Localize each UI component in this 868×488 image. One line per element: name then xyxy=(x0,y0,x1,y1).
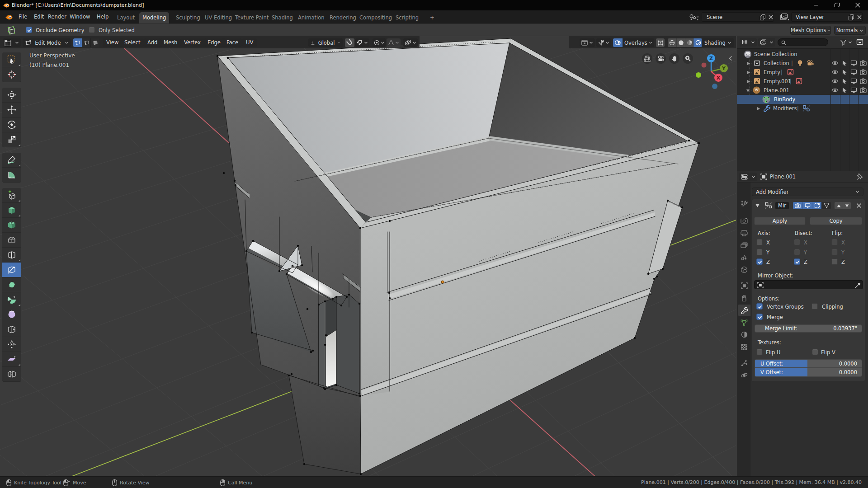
tool-inset-faces[interactable] xyxy=(2,218,21,233)
bisect-x-checkbox[interactable] xyxy=(794,239,800,245)
shading-solid-button[interactable] xyxy=(676,38,685,47)
tab-sculpting[interactable]: Sculpting xyxy=(173,12,203,23)
render-visibility-icon[interactable] xyxy=(860,60,867,66)
tab-active-tool[interactable] xyxy=(738,198,750,209)
shading-dropdown[interactable]: Shading xyxy=(702,38,734,47)
tool-select-box[interactable] xyxy=(2,52,21,67)
expand-arrow-icon[interactable] xyxy=(757,107,760,111)
outliner-filter-dropdown[interactable] xyxy=(840,38,852,47)
tab-view-layer[interactable] xyxy=(738,239,750,251)
menu-help[interactable]: Help xyxy=(94,13,111,21)
viewport-menu-edge[interactable]: Edge xyxy=(204,38,224,47)
tab-particles[interactable] xyxy=(738,357,750,369)
selectable-pointer-icon[interactable] xyxy=(842,69,847,75)
flip-x-checkbox[interactable] xyxy=(831,239,838,245)
axis-neg-x-ball[interactable] xyxy=(702,63,707,68)
scene-unlink-icon[interactable] xyxy=(768,14,774,20)
shading-wireframe-button[interactable] xyxy=(668,38,676,47)
normals-dropdown[interactable]: Normals xyxy=(834,26,866,35)
modifier-render-toggle[interactable] xyxy=(793,202,802,209)
select-mode-edge-button[interactable] xyxy=(82,38,90,47)
tab-texture-paint[interactable]: Texture Paint xyxy=(232,12,272,23)
modifier-move-up-button[interactable] xyxy=(835,202,843,209)
outliner-row-scene-collection[interactable]: Scene Collection xyxy=(737,50,868,59)
outliner-display-mode-dropdown[interactable] xyxy=(740,38,757,47)
tab-scripting[interactable]: Scripting xyxy=(392,12,422,23)
tab-output[interactable] xyxy=(738,227,750,239)
overlays-toggle-button[interactable] xyxy=(613,38,623,47)
tool-transform[interactable] xyxy=(2,88,21,103)
mesh-options-dropdown[interactable]: Mesh Options xyxy=(790,26,831,35)
panel-collapse-arrow-icon[interactable] xyxy=(755,204,760,207)
viewport-menu-view[interactable]: View xyxy=(103,38,122,47)
tab-animation[interactable]: Animation xyxy=(295,12,328,23)
tab-render[interactable] xyxy=(738,215,750,226)
falloff-dropdown[interactable] xyxy=(387,38,401,47)
view-layer-remove-icon[interactable] xyxy=(857,14,862,20)
maximize-button[interactable] xyxy=(826,0,847,10)
tool-knife[interactable] xyxy=(2,263,21,277)
collapse-arrow-icon[interactable] xyxy=(746,89,750,93)
expand-arrow-icon[interactable] xyxy=(747,70,750,75)
view-layer-selector[interactable]: View Layer xyxy=(791,12,863,22)
clipping-checkbox[interactable] xyxy=(811,303,818,310)
scene-copy-icon[interactable] xyxy=(760,14,766,20)
tool-measure[interactable] xyxy=(2,168,21,183)
v-offset-slider[interactable]: V Offset: 0.0000 xyxy=(755,368,862,377)
tab-scene[interactable] xyxy=(738,252,750,263)
outliner-row-empty-001[interactable]: Empty.001 | xyxy=(737,77,868,86)
minimize-button[interactable] xyxy=(806,0,826,10)
pan-view-button[interactable] xyxy=(669,53,679,64)
outliner-row-binbody[interactable]: BinBody xyxy=(737,95,868,104)
outliner-row-empty[interactable]: Empty | xyxy=(737,68,868,77)
outliner-row-collection[interactable]: Collection | xyxy=(737,59,868,68)
hide-eye-icon[interactable] xyxy=(831,87,839,93)
modifier-close-icon[interactable] xyxy=(856,203,862,208)
filter-dropdown[interactable] xyxy=(596,38,611,47)
tab-uv-editing[interactable]: UV Editing xyxy=(202,12,235,23)
render-visibility-icon[interactable] xyxy=(860,87,867,93)
merge-checkbox[interactable] xyxy=(756,314,763,320)
outliner-search-field[interactable] xyxy=(778,38,828,46)
outliner-row-modifiers[interactable]: Modifiers | xyxy=(737,104,868,113)
tool-scale[interactable] xyxy=(2,132,21,147)
add-modifier-dropdown[interactable]: Add Modifier xyxy=(752,188,863,196)
hide-eye-icon[interactable] xyxy=(831,78,839,84)
tab-shading[interactable]: Shading xyxy=(269,12,296,23)
expand-arrow-icon[interactable] xyxy=(747,61,750,66)
scene-selector[interactable]: Scene xyxy=(702,12,774,22)
pin-icon[interactable] xyxy=(857,173,863,180)
tab-compositing[interactable]: Compositing xyxy=(356,12,395,23)
tab-constraints[interactable] xyxy=(738,292,750,304)
scene-name[interactable]: Scene xyxy=(707,14,722,20)
menu-file[interactable]: File xyxy=(16,13,30,21)
tab-layout[interactable]: Layout xyxy=(114,12,138,23)
hide-eye-icon[interactable] xyxy=(831,69,839,75)
viewport-menu-vertex[interactable]: Vertex xyxy=(180,38,204,47)
transform-orientation-dropdown[interactable]: Global xyxy=(308,38,343,47)
editor-type-button[interactable] xyxy=(3,38,21,47)
viewport-menu-uv[interactable]: UV xyxy=(242,38,257,47)
close-button[interactable] xyxy=(847,0,868,10)
selectable-pointer-icon[interactable] xyxy=(842,87,847,93)
sidebar-collapse-arrow-icon[interactable] xyxy=(728,55,733,61)
eyedropper-icon[interactable] xyxy=(855,282,861,288)
axis-x-checkbox[interactable] xyxy=(756,239,763,245)
properties-editor-type-button[interactable] xyxy=(739,173,757,181)
tool-smooth[interactable] xyxy=(2,307,21,322)
axis-y-checkbox[interactable] xyxy=(756,249,763,255)
menu-edit[interactable]: Edit xyxy=(31,13,47,21)
view-layer-icon[interactable] xyxy=(778,14,789,21)
viewport-menu-add[interactable]: Add xyxy=(144,38,161,47)
flip-u-checkbox[interactable] xyxy=(756,349,763,355)
select-mode-vertex-button[interactable] xyxy=(73,38,82,47)
scene-icon[interactable] xyxy=(689,14,699,20)
mirror-object-field[interactable] xyxy=(754,280,863,289)
tab-material[interactable] xyxy=(738,329,750,340)
expand-arrow-icon[interactable] xyxy=(747,80,750,84)
axis-neg-y-ball[interactable] xyxy=(696,72,701,78)
viewport-visibility-icon[interactable] xyxy=(850,60,857,66)
tool-add-cube[interactable] xyxy=(2,188,21,203)
viewport-visibility-icon[interactable] xyxy=(850,78,857,84)
tool-bevel[interactable] xyxy=(2,233,21,248)
